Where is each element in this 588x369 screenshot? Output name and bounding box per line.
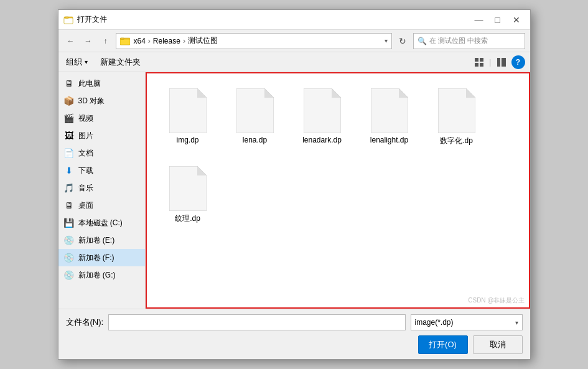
pictures-icon: 🖼 <box>63 130 75 141</box>
action-bar: 组织 ▾ 新建文件夹 | ? <box>58 52 530 72</box>
path-current[interactable]: 测试位图 <box>188 35 218 46</box>
svg-rect-2 <box>65 17 68 19</box>
sidebar-item-video[interactable]: 🎬 视频 <box>58 110 145 127</box>
sidebar-label-3d: 3D 对象 <box>78 96 105 106</box>
sidebar-item-pictures[interactable]: 🖼 图片 <box>58 127 145 144</box>
sidebar-item-local-c[interactable]: 💾 本地磁盘 (C:) <box>58 214 145 231</box>
vol-f-icon: 💿 <box>63 252 75 263</box>
address-dropdown-icon[interactable]: ▾ <box>385 37 388 44</box>
file-item-lena-dp[interactable]: lena.dp <box>224 83 286 151</box>
path-release[interactable]: Release <box>153 37 180 45</box>
local-c-icon: 💾 <box>63 217 75 228</box>
svg-rect-4 <box>120 39 130 45</box>
file-name-lenalight-dp: lenalight.dp <box>370 136 408 144</box>
filetype-arrow: ▾ <box>515 319 518 326</box>
svg-marker-15 <box>264 88 274 98</box>
sidebar-label-vol-g: 新加卷 (G:) <box>78 270 116 281</box>
svg-marker-23 <box>197 166 207 175</box>
path-x64[interactable]: x64 <box>134 37 146 45</box>
view-grid-button[interactable] <box>472 55 487 70</box>
svg-rect-6 <box>475 58 478 62</box>
sidebar-item-music[interactable]: 🎵 音乐 <box>58 179 145 197</box>
grid-view-icon <box>475 58 483 67</box>
address-bar[interactable]: x64 › Release › 测试位图 ▾ <box>116 33 392 49</box>
file-icon-lena-dp <box>236 88 274 133</box>
search-icon: 🔍 <box>418 37 427 45</box>
navigation-toolbar: ← → ↑ x64 › Release › 测试位图 ▾ ↻ 🔍 在 测试位图 … <box>58 30 530 52</box>
panel-view-icon <box>497 58 506 67</box>
sidebar-label-vol-e: 新加卷 (E:) <box>78 235 115 246</box>
file-item-shuzihua-dp[interactable]: 数字化.dp <box>426 83 488 151</box>
main-content: 🖥 此电脑 📦 3D 对象 🎬 视频 🖼 图片 📄 文档 ⬇ 下载 <box>58 72 530 309</box>
file-icon-img-dp <box>169 88 207 133</box>
bottom-bar: 文件名(N): image(*.dp) ▾ 打开(O) 取消 <box>58 309 530 359</box>
desktop-icon: 🖥 <box>63 200 75 211</box>
sidebar-item-pc[interactable]: 🖥 此电脑 <box>58 75 145 92</box>
organize-button[interactable]: 组织 ▾ <box>63 54 90 70</box>
help-button[interactable]: ? <box>511 55 525 69</box>
svg-rect-9 <box>480 63 483 67</box>
sidebar-label-video: 视频 <box>78 113 93 124</box>
title-bar: 打开文件 — □ ✕ <box>58 10 530 30</box>
refresh-button[interactable]: ↻ <box>394 33 411 49</box>
sidebar-label-vol-f: 新加卷 (F:) <box>78 253 114 263</box>
sidebar-item-vol-e[interactable]: 💿 新加卷 (E:) <box>58 231 145 249</box>
documents-icon: 📄 <box>63 147 75 159</box>
sidebar-label-documents: 文档 <box>78 148 93 159</box>
sidebar-item-vol-f[interactable]: 💿 新加卷 (F:) <box>58 249 145 266</box>
svg-rect-5 <box>121 38 124 40</box>
file-item-lenadark-dp[interactable]: lenadark.dp <box>291 83 353 151</box>
search-bar[interactable]: 🔍 在 测试位图 中搜索 <box>413 33 525 49</box>
sidebar-item-desktop[interactable]: 🖥 桌面 <box>58 197 145 214</box>
watermark: CSDN @非妹是公主 <box>468 296 525 305</box>
dialog-icon <box>63 15 73 25</box>
video-icon: 🎬 <box>63 113 75 124</box>
vol-g-icon: 💿 <box>63 269 75 281</box>
sidebar-label-local-c: 本地磁盘 (C:) <box>78 218 123 228</box>
filename-label: 文件名(N): <box>66 317 104 328</box>
view-panel-button[interactable] <box>494 55 509 70</box>
downloads-icon: ⬇ <box>63 165 75 176</box>
open-button[interactable]: 打开(O) <box>418 335 468 354</box>
organize-arrow: ▾ <box>85 58 88 65</box>
sidebar-item-documents[interactable]: 📄 文档 <box>58 144 145 162</box>
forward-button[interactable]: → <box>81 34 96 49</box>
sidebar-item-vol-g[interactable]: 💿 新加卷 (G:) <box>58 266 145 284</box>
svg-rect-1 <box>64 18 73 24</box>
filetype-value: image(*.dp) <box>415 318 454 327</box>
close-button[interactable]: ✕ <box>508 13 525 27</box>
file-area: img.dp lena.dp lenadar <box>146 72 530 309</box>
address-path: x64 › Release › 测试位图 <box>134 35 381 46</box>
new-folder-button[interactable]: 新建文件夹 <box>98 54 143 70</box>
file-name-lena-dp: lena.dp <box>243 136 267 144</box>
file-item-wenli-dp[interactable]: 纹理.dp <box>157 161 219 229</box>
back-button[interactable]: ← <box>63 34 78 49</box>
sidebar: 🖥 此电脑 📦 3D 对象 🎬 视频 🖼 图片 📄 文档 ⬇ 下载 <box>58 72 146 309</box>
file-name-img-dp: img.dp <box>176 136 198 144</box>
minimize-button[interactable]: — <box>470 13 488 27</box>
cancel-button[interactable]: 取消 <box>473 335 523 354</box>
view-divider: | <box>489 57 491 67</box>
file-icon-wenli-dp <box>169 166 207 211</box>
dialog-title: 打开文件 <box>77 14 470 25</box>
sidebar-label-pc: 此电脑 <box>78 78 101 89</box>
sidebar-label-music: 音乐 <box>78 183 93 194</box>
filename-input[interactable] <box>108 314 405 330</box>
file-item-img-dp[interactable]: img.dp <box>157 83 219 151</box>
sidebar-label-downloads: 下载 <box>78 166 93 176</box>
vol-e-icon: 💿 <box>63 235 75 246</box>
svg-marker-21 <box>466 88 475 98</box>
up-button[interactable]: ↑ <box>98 34 113 49</box>
maximize-button[interactable]: □ <box>489 13 506 27</box>
svg-rect-8 <box>475 63 478 67</box>
svg-marker-13 <box>197 88 207 98</box>
sidebar-item-3d[interactable]: 📦 3D 对象 <box>58 92 145 110</box>
file-item-lenalight-dp[interactable]: lenalight.dp <box>358 83 421 151</box>
file-name-wenli-dp: 纹理.dp <box>175 213 200 224</box>
window-controls: — □ ✕ <box>470 13 525 27</box>
music-icon: 🎵 <box>63 182 75 194</box>
sidebar-item-downloads[interactable]: ⬇ 下载 <box>58 162 145 179</box>
svg-rect-11 <box>502 58 506 67</box>
filetype-dropdown[interactable]: image(*.dp) ▾ <box>411 314 523 330</box>
open-file-dialog: 打开文件 — □ ✕ ← → ↑ x64 › Release › 测试位图 ▾ <box>58 9 531 360</box>
